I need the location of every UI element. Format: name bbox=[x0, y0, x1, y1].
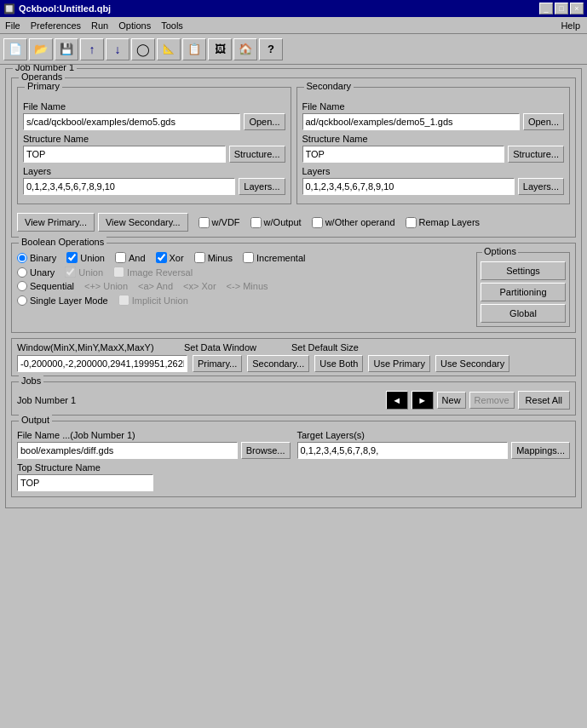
save-btn[interactable]: 💾 bbox=[55, 38, 78, 60]
sequential-radio-label[interactable]: Sequential bbox=[17, 281, 74, 291]
primary-structure-input[interactable] bbox=[23, 146, 226, 163]
incremental-check-label[interactable]: Incremental bbox=[243, 252, 305, 263]
remap-check-label[interactable]: Remap Layers bbox=[406, 217, 481, 228]
secondary-group: Secondary File Name Open... Structure Na… bbox=[296, 87, 571, 204]
minus-checkbox[interactable] bbox=[194, 252, 205, 263]
secondary-structure-label: Structure Name bbox=[302, 134, 565, 144]
top-structure-input[interactable] bbox=[17, 474, 153, 491]
primary-layers-input[interactable] bbox=[23, 178, 235, 195]
union-check-label[interactable]: Union bbox=[66, 252, 105, 263]
close-btn[interactable]: × bbox=[570, 3, 584, 14]
home-btn[interactable]: 🏠 bbox=[233, 38, 257, 60]
unary-radio[interactable] bbox=[17, 267, 27, 278]
minus-check-label[interactable]: Minus bbox=[194, 252, 233, 263]
menu-preferences[interactable]: Preferences bbox=[26, 20, 86, 32]
output-file-input[interactable] bbox=[17, 442, 238, 459]
use-secondary-btn[interactable]: Use Secondary bbox=[435, 355, 509, 372]
secondary-layers-input[interactable] bbox=[302, 178, 515, 195]
menu-help[interactable]: Help bbox=[555, 20, 587, 32]
job-prev-btn[interactable]: ◄ bbox=[386, 391, 408, 410]
job-remove-btn[interactable]: Remove bbox=[469, 392, 515, 409]
job-number-group: Job Number 1 Operands Primary File Name bbox=[5, 68, 582, 508]
use-both-btn[interactable]: Use Both bbox=[314, 355, 363, 372]
copy-btn[interactable]: 📋 bbox=[182, 38, 206, 60]
secondary-open-btn[interactable]: Open... bbox=[523, 113, 564, 130]
union-checkbox[interactable] bbox=[66, 252, 78, 263]
wvdf-checkbox[interactable] bbox=[199, 217, 210, 228]
secondary-layers-btn[interactable]: Layers... bbox=[518, 178, 564, 195]
xor-checkbox[interactable] bbox=[156, 252, 167, 263]
output-file-col: File Name ...(Job Number 1) Browse... bbox=[17, 430, 291, 462]
target-layers-input[interactable] bbox=[297, 442, 509, 459]
help-btn[interactable]: ? bbox=[259, 38, 283, 60]
incremental-checkbox[interactable] bbox=[243, 252, 254, 263]
menu-options[interactable]: Options bbox=[113, 20, 156, 32]
wvdf-check-label[interactable]: w/VDF bbox=[199, 217, 240, 228]
settings-btn[interactable]: Settings bbox=[481, 261, 566, 280]
secondary-data-btn[interactable]: Secondary... bbox=[247, 355, 309, 372]
menu-file[interactable]: File bbox=[0, 20, 26, 32]
window-title: Qckbool:Untitled.qbj bbox=[19, 3, 111, 14]
image-reversal-checkbox[interactable] bbox=[113, 267, 124, 278]
primary-structure-btn[interactable]: Structure... bbox=[229, 146, 285, 163]
implicit-union-checkbox[interactable] bbox=[118, 295, 129, 306]
circle-btn[interactable]: ◯ bbox=[131, 38, 155, 60]
minimize-btn[interactable]: _ bbox=[539, 3, 553, 14]
job-next-btn[interactable]: ► bbox=[411, 391, 434, 410]
use-primary-btn[interactable]: Use Primary bbox=[368, 355, 430, 372]
sequential-radio[interactable] bbox=[17, 281, 27, 291]
single-layer-radio-label[interactable]: Single Layer Mode bbox=[17, 295, 108, 306]
woutput-check-label[interactable]: w/Output bbox=[250, 217, 302, 228]
xor-check-label[interactable]: Xor bbox=[156, 252, 184, 263]
jobs-group: Jobs Job Number 1 ◄ ► New Remove Reset A… bbox=[11, 381, 576, 416]
coord-input[interactable] bbox=[17, 355, 187, 372]
unary-union-checkbox[interactable] bbox=[65, 267, 76, 278]
up-btn[interactable]: ↑ bbox=[80, 38, 104, 60]
secondary-title: Secondary bbox=[304, 81, 354, 91]
view-primary-btn[interactable]: View Primary... bbox=[17, 213, 95, 232]
primary-open-btn[interactable]: Open... bbox=[244, 113, 285, 130]
implicit-union-label[interactable]: Implicit Union bbox=[118, 295, 188, 306]
secondary-structure-btn[interactable]: Structure... bbox=[508, 146, 564, 163]
menu-run[interactable]: Run bbox=[86, 20, 113, 32]
browse-btn[interactable]: Browse... bbox=[241, 442, 291, 459]
image-reversal-label[interactable]: Image Reversal bbox=[113, 267, 193, 278]
reset-all-btn[interactable]: Reset All bbox=[518, 391, 570, 410]
primary-data-btn[interactable]: Primary... bbox=[193, 355, 242, 372]
down-btn[interactable]: ↓ bbox=[106, 38, 129, 60]
unary-union-label[interactable]: Union bbox=[65, 267, 103, 278]
target-layers-label: Target Layers(s) bbox=[297, 430, 571, 440]
and-check-label[interactable]: And bbox=[115, 252, 146, 263]
image-btn[interactable]: 🖼 bbox=[208, 38, 232, 60]
mappings-btn[interactable]: Mappings... bbox=[511, 442, 570, 459]
new-file-btn[interactable]: 📄 bbox=[3, 38, 27, 60]
job-new-btn[interactable]: New bbox=[437, 392, 466, 409]
window-controls-row: Primary... Secondary... Use Both Use Pri… bbox=[17, 355, 570, 372]
wother-check-label[interactable]: w/Other operand bbox=[312, 217, 395, 228]
jobs-row: Job Number 1 ◄ ► New Remove Reset All bbox=[17, 391, 570, 410]
single-layer-radio[interactable] bbox=[17, 295, 27, 306]
wother-checkbox[interactable] bbox=[312, 217, 323, 228]
and-checkbox[interactable] bbox=[115, 252, 126, 263]
app-icon: 🔲 bbox=[3, 3, 15, 14]
remap-checkbox[interactable] bbox=[406, 217, 417, 228]
global-btn[interactable]: Global bbox=[481, 304, 566, 323]
primary-structure-label: Structure Name bbox=[23, 134, 285, 144]
secondary-structure-input[interactable] bbox=[302, 146, 505, 163]
maximize-btn[interactable]: □ bbox=[555, 3, 568, 14]
primary-file-input[interactable] bbox=[23, 113, 240, 130]
binary-radio-label[interactable]: Binary bbox=[17, 253, 56, 263]
layers-btn[interactable]: 📐 bbox=[157, 38, 181, 60]
partitioning-btn[interactable]: Partitioning bbox=[481, 283, 566, 301]
unary-radio-label[interactable]: Unary bbox=[17, 267, 55, 278]
set-default-header-label: Set Default Size bbox=[291, 342, 359, 353]
secondary-file-input[interactable] bbox=[302, 113, 520, 130]
menu-tools[interactable]: Tools bbox=[156, 20, 188, 32]
binary-radio[interactable] bbox=[17, 253, 27, 263]
primary-file-name-label: File Name bbox=[23, 101, 285, 112]
window-controls[interactable]: _ □ × bbox=[539, 3, 584, 14]
open-file-btn[interactable]: 📂 bbox=[29, 38, 53, 60]
woutput-checkbox[interactable] bbox=[250, 217, 262, 228]
view-secondary-btn[interactable]: View Secondary... bbox=[98, 213, 188, 232]
primary-layers-btn[interactable]: Layers... bbox=[239, 178, 285, 195]
